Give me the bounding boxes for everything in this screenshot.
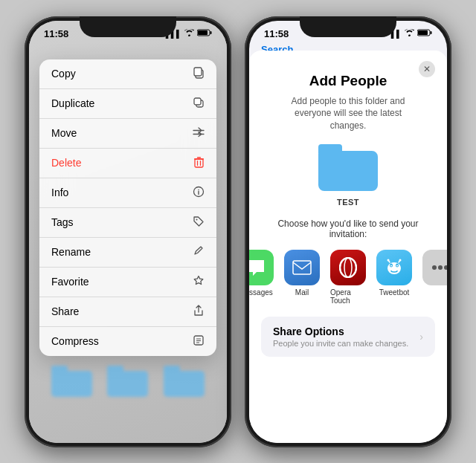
svg-point-35 [438, 265, 443, 270]
left-screen: 11:58 ▌▌▌ Search Copy Duplicate [29, 21, 227, 443]
svg-rect-7 [195, 159, 203, 167]
svg-point-28 [390, 265, 392, 266]
move-label: Move [51, 127, 193, 139]
battery-icon [197, 29, 212, 38]
time-left: 11:58 [44, 28, 68, 39]
share-options-subtitle: People you invite can make changes. [273, 339, 408, 348]
modal-subtitle: Add people to this folder and everyone w… [249, 95, 447, 132]
svg-rect-2 [198, 30, 208, 35]
opera-label: Opera Touch [330, 288, 366, 305]
favorite-label: Favorite [51, 276, 193, 288]
svg-point-34 [432, 265, 437, 270]
app-mail[interactable]: Mail [284, 250, 320, 305]
tags-label: Tags [51, 216, 193, 228]
right-screen: 11:58 ▌▌ Search ✕ Add People Add people … [249, 21, 447, 443]
folder-body [107, 371, 148, 397]
folder-body-graphic [318, 151, 378, 191]
bg-folder-1 [51, 366, 92, 398]
compress-label: Compress [51, 335, 193, 347]
bg-folder-2 [107, 366, 148, 398]
delete-label: Delete [51, 157, 193, 169]
rename-label: Rename [51, 246, 193, 258]
tweetbot-label: Tweetbot [379, 288, 410, 297]
share-options-section[interactable]: Share Options People you invite can make… [261, 317, 435, 357]
svg-point-24 [344, 258, 352, 277]
modal-folder: TEST [249, 144, 447, 207]
svg-rect-22 [293, 261, 311, 274]
share-options-text: Share Options People you invite can make… [273, 326, 408, 348]
folder-body [164, 371, 205, 397]
menu-item-delete[interactable]: Delete [39, 149, 216, 178]
menu-item-share[interactable]: Share [39, 297, 216, 327]
app-messages[interactable]: Messages [249, 250, 274, 305]
messages-label: Messages [249, 288, 273, 297]
notch-right [300, 16, 396, 37]
svg-rect-20 [431, 31, 432, 34]
trash-icon [193, 156, 205, 170]
modal-title: Add People [249, 73, 447, 89]
tweetbot-icon [376, 250, 412, 285]
menu-item-tags[interactable]: Tags [39, 208, 216, 238]
chevron-right-icon: › [419, 331, 423, 343]
close-icon: ✕ [423, 64, 431, 74]
choose-text: Choose how you'd like to send your invit… [249, 218, 447, 239]
copy-icon [193, 67, 205, 81]
menu-item-copy[interactable]: Copy [39, 59, 216, 89]
mail-icon [284, 250, 320, 285]
svg-rect-21 [418, 30, 428, 35]
pencil-icon [193, 245, 205, 259]
compress-icon [193, 334, 205, 349]
add-people-modal: ✕ Add People Add people to this folder a… [249, 51, 447, 443]
folder-graphic [318, 144, 378, 193]
svg-point-12 [198, 189, 199, 190]
bg-folder-3 [164, 366, 205, 398]
app-opera[interactable]: Opera Touch [330, 250, 366, 305]
menu-item-move[interactable]: Move [39, 119, 216, 149]
move-icon [193, 126, 205, 140]
svg-rect-6 [194, 98, 201, 105]
mail-label: Mail [295, 288, 309, 297]
share-label: Share [51, 305, 193, 317]
menu-item-rename[interactable]: Rename [39, 238, 216, 268]
svg-point-14 [196, 218, 198, 220]
info-label: Info [51, 187, 193, 198]
copy-label: Copy [51, 68, 193, 80]
svg-point-33 [399, 259, 402, 261]
background-folders [29, 366, 227, 398]
share-icon [193, 305, 205, 319]
context-menu: Copy Duplicate Move Delete [39, 59, 216, 356]
svg-point-32 [387, 259, 390, 261]
modal-close-button[interactable]: ✕ [419, 61, 435, 77]
duplicate-label: Duplicate [51, 97, 193, 109]
svg-point-29 [396, 265, 398, 266]
duplicate-icon [193, 97, 205, 111]
star-icon [193, 275, 205, 289]
menu-item-duplicate[interactable]: Duplicate [39, 89, 216, 119]
share-apps-row: Messages Mail Opera Touch [249, 250, 447, 305]
messages-icon [249, 250, 274, 285]
menu-item-info[interactable]: Info [39, 178, 216, 208]
opera-icon [330, 250, 366, 285]
wifi-icon-right [405, 29, 414, 38]
svg-rect-4 [194, 68, 202, 76]
svg-point-36 [444, 265, 447, 270]
time-right: 11:58 [264, 28, 289, 39]
menu-item-favorite[interactable]: Favorite [39, 268, 216, 297]
right-phone: 11:58 ▌▌ Search ✕ Add People Add people … [245, 16, 451, 447]
svg-rect-1 [210, 31, 212, 34]
tag-icon [193, 216, 205, 230]
info-icon [193, 186, 205, 200]
more-icon [422, 250, 447, 285]
app-tweetbot[interactable]: Tweetbot [376, 250, 412, 305]
status-icons-right: ▌▌ [391, 29, 432, 38]
app-more[interactable] [422, 250, 447, 305]
share-options-title: Share Options [273, 326, 408, 337]
svg-point-23 [340, 258, 356, 277]
folder-name: TEST [337, 198, 359, 207]
wifi-icon [184, 29, 194, 38]
folder-body [51, 371, 92, 397]
notch [80, 16, 176, 37]
left-phone: 11:58 ▌▌▌ Search Copy Duplicate [25, 16, 231, 447]
battery-icon-right [417, 29, 432, 38]
menu-item-compress[interactable]: Compress [39, 327, 216, 356]
